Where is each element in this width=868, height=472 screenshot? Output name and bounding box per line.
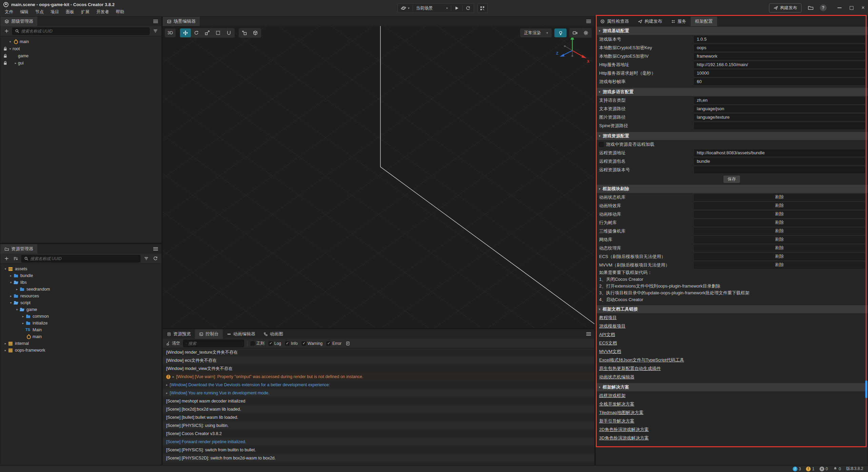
hierarchy-node[interactable]: main <box>0 38 161 45</box>
section-header-trim[interactable]: 框架模块剔除 <box>596 185 868 193</box>
section-header-resource[interactable]: 游戏资源配置 <box>596 132 868 140</box>
trim-button[interactable]: 剔除 <box>694 202 865 209</box>
console-message-row[interactable]: ! ▸ [Scene] [PHYSICS]: switch from built… <box>163 446 594 454</box>
doc-link[interactable]: 3D角色扮演游戏解决方案 <box>599 434 649 442</box>
tab-hierarchy[interactable]: 层级管理器 <box>0 17 37 26</box>
tab-scene-editor[interactable]: 场景编辑器 <box>163 17 200 26</box>
console-message-row[interactable]: ! ▸ [Window] model_view文件夹不存在 <box>163 365 594 373</box>
doc-link[interactable]: API文档 <box>599 330 615 339</box>
doc-link[interactable]: Tiledmap地图解决方案 <box>599 408 644 417</box>
panel-menu-icon[interactable] <box>586 20 591 23</box>
field-input[interactable] <box>694 53 865 60</box>
console-message-row[interactable]: ! ▸ [Scene] [PHYSICS2D]: switch from box… <box>163 454 594 462</box>
assets-search[interactable] <box>21 255 140 262</box>
asset-node[interactable]: main <box>0 333 161 340</box>
menu-item[interactable]: 开发者 <box>93 8 113 16</box>
menu-item[interactable]: 节点 <box>32 8 47 16</box>
tree-arrow-icon[interactable] <box>8 274 13 277</box>
tab-animation-editor[interactable]: 动画编辑器 <box>223 329 259 339</box>
doc-link[interactable]: 新手引导解决方案 <box>599 417 634 425</box>
menu-item[interactable]: 文件 <box>1 8 17 16</box>
tree-arrow-icon[interactable] <box>3 349 8 352</box>
field-input[interactable] <box>694 105 865 112</box>
field-input[interactable] <box>694 97 865 104</box>
tab-assets[interactable]: 资源管理器 <box>0 244 37 254</box>
menu-item[interactable]: 面板 <box>62 8 78 16</box>
doc-link[interactable]: MVVM文档 <box>599 347 621 356</box>
checkbox-icon[interactable] <box>327 341 331 346</box>
trim-button[interactable]: 剔除 <box>694 262 865 269</box>
hierarchy-search[interactable] <box>12 27 150 35</box>
trim-button[interactable]: 剔除 <box>694 194 865 201</box>
trim-button[interactable]: 剔除 <box>694 253 865 260</box>
sort-assets-button[interactable] <box>12 255 19 262</box>
scene-settings-button[interactable] <box>580 28 591 37</box>
asset-node[interactable]: assets <box>0 266 161 272</box>
dimension-toggle-button[interactable]: 3D <box>165 28 176 37</box>
field-input[interactable] <box>694 150 865 156</box>
doc-link[interactable]: 全栈开发解决方案 <box>599 400 634 408</box>
asset-node[interactable]: Main <box>0 327 161 333</box>
save-button[interactable]: 保存 <box>724 176 740 183</box>
menu-item[interactable]: 扩展 <box>78 8 93 16</box>
menu-item[interactable]: 编辑 <box>17 8 32 16</box>
hierarchy-search-input[interactable] <box>21 29 147 34</box>
tree-arrow-icon[interactable] <box>8 47 13 51</box>
console-filter-toggle[interactable]: Warning <box>302 341 322 346</box>
menu-item[interactable]: 帮助 <box>113 8 128 16</box>
refresh-assets-button[interactable] <box>152 255 159 262</box>
console-filter-toggle[interactable]: 正则 <box>251 340 264 346</box>
console-message-row[interactable]: ! ▸ [Scene] Cocos Creator v3.8.2 <box>163 430 594 438</box>
hierarchy-node[interactable]: gui <box>0 59 161 66</box>
scene-viewport[interactable]: X Z 3D <box>163 26 594 328</box>
move-tool-button[interactable] <box>180 28 191 37</box>
play-button[interactable] <box>451 4 462 13</box>
field-input[interactable] <box>694 70 865 77</box>
expand-arrow-icon[interactable]: ▸ <box>166 383 168 387</box>
console-message-row[interactable]: ! ▸ [Scene] [box2d]:box2d wasm lib loade… <box>163 405 594 413</box>
doc-link[interactable]: 2D角色扮演游戏解决方案 <box>599 425 649 434</box>
tab-console[interactable]: 控制台 <box>195 329 223 339</box>
create-node-button[interactable] <box>3 28 10 35</box>
field-input[interactable] <box>694 78 865 85</box>
expand-arrow-icon[interactable]: ▸ <box>173 375 174 378</box>
restart-button[interactable] <box>462 4 474 13</box>
info-count-badge[interactable]: i 3 <box>793 467 801 471</box>
scene-select-dropdown[interactable]: 当前场景 ▾ <box>413 4 451 13</box>
asset-node[interactable]: initialize <box>0 320 161 327</box>
console-message-row[interactable]: ! ▸ [Window] Download the Vue Devtools e… <box>163 381 594 389</box>
console-message-row[interactable]: ! ▸ [Scene] [PHYSICS]: using builtin. <box>163 421 594 430</box>
doc-link[interactable]: 教程项目 <box>599 313 617 322</box>
tab-services[interactable]: 服务 <box>667 17 691 26</box>
tree-arrow-icon[interactable] <box>3 342 8 345</box>
trim-button[interactable]: 剔除 <box>694 236 865 243</box>
checkbox-icon[interactable] <box>269 341 273 346</box>
console-message-row[interactable]: ! ▸ [Window] [Vue warn]: Property "onInp… <box>163 373 594 381</box>
tree-arrow-icon[interactable] <box>3 267 8 271</box>
asset-node[interactable]: resources <box>0 293 161 299</box>
doc-link[interactable]: Excel格式转Json文件与TypeScript代码工具 <box>599 356 684 364</box>
doc-link[interactable]: 原生包热更新配置自动生成插件 <box>599 364 661 373</box>
section-header-basic[interactable]: 游戏基础配置 <box>596 27 868 35</box>
tree-arrow-icon[interactable] <box>21 321 25 325</box>
close-button[interactable]: × <box>862 6 865 10</box>
console-filter-toggle[interactable]: Error <box>327 341 341 346</box>
asset-node[interactable]: common <box>0 313 161 320</box>
field-input[interactable] <box>694 44 865 51</box>
pivot-toggle-button[interactable] <box>239 28 250 37</box>
checkbox-icon[interactable] <box>251 341 255 346</box>
preview-qr-button[interactable] <box>477 3 488 13</box>
console-search[interactable] <box>183 340 244 347</box>
export-log-button[interactable] <box>344 340 351 347</box>
assets-search-input[interactable] <box>30 256 138 261</box>
render-mode-dropdown[interactable]: 正常渲染 ▾ <box>520 28 552 37</box>
field-input[interactable] <box>694 61 865 68</box>
tab-property-inspector[interactable]: 属性检查器 <box>596 17 633 26</box>
ui-transform-tool-button[interactable] <box>223 28 234 37</box>
console-filter-toggle[interactable]: Log <box>269 341 281 346</box>
asset-node[interactable]: internal <box>0 340 161 347</box>
section-header-docs[interactable]: 框架文档工具链接 <box>596 305 868 313</box>
tree-arrow-icon[interactable] <box>8 294 13 298</box>
build-publish-button[interactable]: 构建发布 <box>769 3 802 13</box>
checkbox-icon[interactable] <box>285 341 289 346</box>
